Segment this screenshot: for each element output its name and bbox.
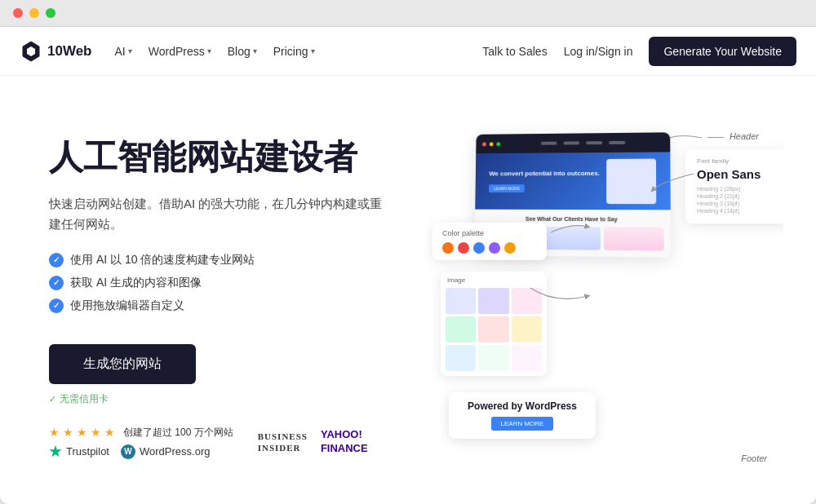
font-size-4: Heading 4 (14pt)	[697, 208, 780, 214]
wp-powered-text: Powered by WordPress	[462, 400, 583, 412]
browser-chrome	[0, 0, 816, 27]
feature-text-2: 获取 AI 生成的内容和图像	[70, 276, 202, 290]
preview-section-title: See What Our Clients Have to Say	[481, 216, 664, 223]
generate-website-button[interactable]: Generate Your Website	[649, 37, 796, 66]
nav-links: AI ▾ WordPress ▾ Blog ▾ Pricing ▾	[115, 45, 483, 58]
star-3: ★	[77, 426, 87, 439]
preview-hero-text: We convert potential into outcomes.	[489, 169, 600, 179]
logo-text: 10Web	[47, 43, 92, 60]
image-card: Image	[441, 272, 547, 376]
img-thumb-1	[446, 288, 476, 314]
preview-nav-bar	[476, 132, 670, 153]
nav-right: Talk to Sales Log in/Sign in Generate Yo…	[482, 37, 796, 66]
feature-text-3: 使用拖放编辑器自定义	[70, 298, 184, 313]
img-thumb-5	[478, 316, 508, 343]
preview-dot-yellow	[490, 142, 494, 146]
wp-icon: W	[121, 444, 135, 459]
check-icon-1	[49, 253, 64, 267]
preview-grid-item-2	[542, 227, 601, 250]
wordpress-logo: W WordPress.org	[121, 444, 210, 459]
feature-item-3: 使用拖放编辑器自定义	[49, 298, 392, 313]
star-1: ★	[49, 426, 60, 439]
feature-item-2: 获取 AI 生成的内容和图像	[49, 276, 392, 290]
nav-item-ai[interactable]: AI ▾	[115, 45, 132, 58]
header-arrow	[665, 130, 706, 146]
yahoo-finance-logo: YAHOO!FINANCE	[321, 428, 368, 456]
check-icon-2	[49, 276, 64, 290]
right-side-illustration: Header	[424, 108, 783, 488]
wp-powered-button[interactable]: LEARN MORE	[491, 417, 554, 431]
traffic-light-yellow[interactable]	[29, 8, 39, 18]
traffic-light-green[interactable]	[46, 8, 55, 18]
font-size-2: Heading 2 (22pt)	[697, 193, 780, 199]
social-proof: ★ ★ ★ ★ ★ 创建了超过 100 万个网站 Trustpilot	[49, 426, 392, 459]
feature-list: 使用 AI 以 10 倍的速度构建专业网站 获取 AI 生成的内容和图像 使用拖…	[49, 253, 392, 321]
trustpilot-icon	[49, 445, 62, 458]
img-thumb-9	[512, 345, 542, 371]
preview-grid-item-3	[604, 227, 664, 250]
illustration-container: Header	[424, 108, 783, 488]
star-rating: ★ ★ ★ ★ ★ 创建了超过 100 万个网站	[49, 426, 233, 440]
preview-dot-green	[496, 142, 500, 146]
color-dot-3	[473, 242, 485, 254]
font-name: Open Sans	[697, 167, 780, 181]
star-4: ★	[91, 426, 101, 439]
preview-hero-btn: LEARN MORE	[489, 184, 525, 192]
color-dot-5	[504, 242, 516, 254]
trustpilot-badge: Trustpilot	[49, 445, 109, 458]
traffic-light-red[interactable]	[13, 8, 23, 18]
business-insider-logo: BUSINESSINSIDER	[258, 431, 308, 454]
color-palette-card: Color palette	[432, 223, 547, 260]
wp-powered-card: Powered by WordPress LEARN MORE	[449, 392, 596, 439]
img-thumb-6	[512, 316, 542, 343]
feature-item-1: 使用 AI 以 10 倍的速度构建专业网站	[49, 253, 392, 267]
img-thumb-8	[478, 345, 508, 371]
font-size-3: Heading 3 (18pt)	[697, 201, 780, 206]
check-icon-3	[49, 298, 64, 313]
star-5: ★	[104, 426, 115, 439]
hero-subtitle: 快速启动网站创建。借助AI 的强大功能，在几分钟内构建或重建任何网站。	[49, 193, 392, 235]
browser-window: 10Web AI ▾ WordPress ▾ Blog ▾ Pricing ▾ …	[0, 0, 816, 504]
color-dots	[442, 242, 537, 254]
img-thumb-2	[478, 288, 508, 314]
logo[interactable]: 10Web	[20, 40, 92, 63]
img-thumb-4	[446, 316, 476, 343]
image-grid	[446, 288, 542, 371]
left-side: 人工智能网站建设者 快速启动网站创建。借助AI 的强大功能，在几分钟内构建或重建…	[49, 108, 392, 488]
font-sizes: Heading 1 (28px) Heading 2 (22pt) Headin…	[697, 186, 780, 214]
feature-text-1: 使用 AI 以 10 倍的速度构建专业网站	[70, 253, 255, 267]
chevron-down-icon: ▾	[128, 46, 132, 55]
palette-label: Color palette	[442, 229, 537, 237]
nav-item-wordpress[interactable]: WordPress ▾	[149, 45, 211, 58]
navigation: 10Web AI ▾ WordPress ▾ Blog ▾ Pricing ▾ …	[0, 27, 816, 76]
talk-to-sales-link[interactable]: Talk to Sales	[482, 45, 547, 58]
font-family-card: Font family Open Sans Heading 1 (28px) H…	[685, 149, 783, 223]
chevron-down-icon: ▾	[207, 46, 211, 55]
font-size-1: Heading 1 (28px)	[697, 186, 780, 192]
img-thumb-7	[446, 345, 476, 371]
color-dot-4	[489, 242, 500, 254]
preview-hero-section: We convert potential into outcomes. LEAR…	[475, 152, 671, 210]
preview-dot-red	[482, 142, 486, 146]
rating-text: 创建了超过 100 万个网站	[123, 426, 233, 440]
footer-label: Footer	[741, 453, 767, 463]
star-2: ★	[63, 426, 73, 439]
hero-title: 人工智能网站建设者	[49, 137, 392, 178]
logo-icon	[20, 40, 42, 63]
color-dot-1	[442, 242, 454, 254]
login-link[interactable]: Log in/Sign in	[564, 45, 633, 58]
hero-cta-button[interactable]: 生成您的网站	[49, 344, 196, 384]
font-label: Font family	[697, 157, 780, 165]
header-label: Header	[707, 131, 759, 141]
color-dot-2	[458, 242, 469, 254]
no-credit-text: 无需信用卡	[49, 392, 392, 406]
chevron-down-icon: ▾	[253, 46, 257, 55]
image-label: Image	[446, 276, 542, 284]
nav-item-blog[interactable]: Blog ▾	[228, 45, 257, 58]
nav-item-pricing[interactable]: Pricing ▾	[273, 45, 315, 58]
img-thumb-3	[512, 288, 542, 314]
chevron-down-icon: ▾	[311, 46, 315, 55]
main-content: 人工智能网站建设者 快速启动网站创建。借助AI 的强大功能，在几分钟内构建或重建…	[0, 76, 816, 504]
